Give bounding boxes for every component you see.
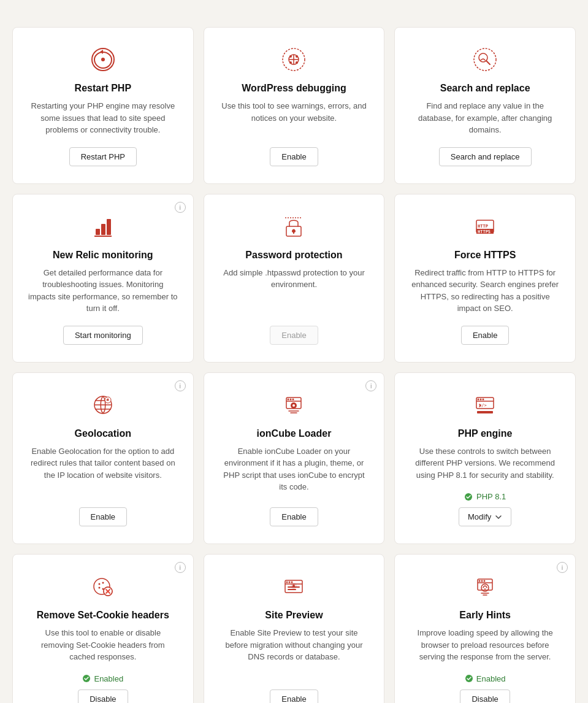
svg-rect-11 — [101, 224, 105, 235]
svg-point-58 — [484, 588, 486, 590]
card-desc-new-relic: Get detailed performance data for troubl… — [28, 267, 178, 315]
card-desc-geolocation: Enable Geolocation for the option to add… — [28, 445, 178, 497]
disable-button-early-hints[interactable]: Disable — [460, 690, 510, 704]
card-php-engine: </> PHP engineUse these controls to swit… — [394, 372, 576, 545]
svg-point-23 — [107, 399, 109, 401]
enabled-status-set-cookie: Enabled — [82, 674, 123, 683]
enable-button-ioncube[interactable]: Enable — [270, 507, 318, 526]
svg-point-29 — [292, 404, 295, 407]
svg-text:</>: </> — [479, 403, 487, 408]
card-desc-password-protection: Add simple .htpasswd protection to your … — [219, 267, 370, 315]
card-force-https: HTTP HTTPS Force HTTPSRedirect traffic f… — [394, 194, 576, 363]
svg-point-26 — [290, 398, 292, 400]
svg-point-15 — [292, 229, 296, 232]
svg-point-32 — [480, 398, 482, 400]
svg-point-27 — [292, 398, 294, 400]
bar-chart-icon — [88, 212, 118, 241]
svg-point-6 — [289, 61, 292, 64]
ioncube-icon — [279, 390, 308, 420]
svg-text:HTTPS: HTTPS — [478, 229, 491, 234]
card-desc-force-https: Redirect traffic from HTTP to HTTPS for … — [410, 267, 560, 315]
card-title-php-engine: PHP engine — [458, 428, 513, 439]
svg-point-4 — [289, 55, 292, 58]
info-icon-set-cookie[interactable]: i — [175, 562, 186, 573]
enable-button-site-preview[interactable]: Enable — [270, 690, 318, 704]
svg-point-39 — [102, 582, 104, 584]
svg-point-5 — [296, 55, 298, 58]
svg-point-54 — [479, 580, 481, 582]
svg-point-33 — [483, 398, 484, 400]
svg-point-7 — [296, 61, 298, 64]
card-restart-php: Restart PHPRestarting your PHP engine ma… — [12, 27, 194, 184]
card-desc-search-replace: Find and replace any value in the databa… — [410, 100, 560, 136]
card-site-preview: Site PreviewEnable Site Preview to test … — [204, 554, 385, 703]
svg-rect-10 — [96, 229, 100, 235]
disable-button-set-cookie[interactable]: Disable — [78, 690, 128, 704]
svg-text:HTTP: HTTP — [478, 224, 488, 229]
card-desc-early-hints: Improve loading speed by allowing the br… — [410, 627, 560, 663]
card-early-hints: i Early HintsImprove loading speed by al… — [394, 554, 576, 703]
card-title-site-preview: Site Preview — [265, 610, 323, 621]
php-restart-icon — [88, 45, 118, 74]
svg-point-31 — [478, 398, 479, 400]
php-version-label: PHP 8.1 — [476, 492, 506, 501]
info-icon-geolocation[interactable]: i — [175, 380, 186, 391]
action-button-restart-php[interactable]: Restart PHP — [69, 147, 137, 166]
card-new-relic: i New Relic monitoringGet detailed perfo… — [12, 194, 194, 363]
card-title-password-protection: Password protection — [245, 250, 342, 261]
svg-point-52 — [292, 585, 295, 587]
tools-grid: Restart PHPRestarting your PHP engine ma… — [12, 27, 576, 703]
card-search-replace: Search and replaceFind and replace any v… — [394, 27, 576, 184]
cookie-icon — [88, 572, 118, 601]
card-desc-restart-php: Restarting your PHP engine may resolve s… — [28, 100, 178, 136]
enable-button-wordpress-debugging[interactable]: Enable — [270, 147, 318, 166]
svg-point-40 — [98, 587, 100, 589]
enabled-label-early-hints: Enabled — [476, 674, 506, 683]
action-button-new-relic[interactable]: Start monitoring — [63, 326, 143, 345]
enable-button-force-https[interactable]: Enable — [461, 326, 509, 345]
svg-rect-12 — [107, 219, 111, 235]
svg-point-47 — [289, 582, 291, 583]
https-icon: HTTP HTTPS — [470, 212, 500, 241]
card-title-new-relic: New Relic monitoring — [53, 250, 153, 261]
modify-button-php-engine[interactable]: Modify — [459, 507, 511, 526]
card-title-wordpress-debugging: WordPress debugging — [242, 83, 346, 94]
bug-icon — [279, 45, 308, 74]
card-geolocation: i GeolocationEnable Geolocation for the … — [12, 372, 194, 545]
enabled-status-early-hints: Enabled — [465, 674, 506, 683]
card-title-force-https: Force HTTPS — [454, 250, 516, 261]
card-title-early-hints: Early Hints — [459, 610, 511, 621]
info-icon-new-relic[interactable]: i — [175, 202, 186, 213]
card-title-restart-php: Restart PHP — [75, 83, 131, 94]
card-set-cookie: i Remove Set-Cookie headersUse this tool… — [12, 554, 194, 703]
card-password-protection: Password protectionAdd simple .htpasswd … — [204, 194, 385, 363]
action-button-search-replace[interactable]: Search and replace — [439, 147, 532, 166]
card-ioncube: i ionCube LoaderEnable ionCube Loader on… — [204, 372, 385, 545]
svg-point-25 — [288, 398, 289, 400]
card-title-set-cookie: Remove Set-Cookie headers — [37, 610, 169, 621]
svg-point-56 — [484, 580, 486, 582]
svg-point-1 — [101, 58, 105, 61]
card-title-geolocation: Geolocation — [75, 428, 131, 439]
enable-button-password-protection[interactable]: Enable — [270, 326, 318, 345]
info-icon-ioncube[interactable]: i — [365, 380, 376, 391]
svg-rect-34 — [477, 411, 493, 413]
php-version-status: PHP 8.1 — [464, 492, 506, 501]
lock-icon — [279, 212, 308, 241]
card-desc-set-cookie: Use this tool to enable or disable remov… — [28, 627, 178, 663]
early-hints-icon — [470, 572, 500, 601]
svg-point-48 — [291, 582, 293, 583]
card-title-ioncube: ionCube Loader — [257, 428, 332, 439]
info-icon-early-hints[interactable]: i — [557, 562, 568, 573]
card-title-search-replace: Search and replace — [440, 83, 530, 94]
card-desc-wordpress-debugging: Use this tool to see warnings, errors, a… — [219, 100, 370, 136]
svg-rect-50 — [288, 589, 296, 590]
search-replace-icon — [470, 45, 500, 74]
globe-icon — [88, 390, 118, 420]
enable-button-geolocation[interactable]: Enable — [79, 507, 127, 526]
enabled-label-set-cookie: Enabled — [94, 674, 123, 683]
card-wordpress-debugging: WordPress debuggingUse this tool to see … — [204, 27, 385, 184]
site-preview-icon — [279, 572, 308, 601]
svg-point-38 — [98, 583, 100, 585]
card-desc-site-preview: Enable Site Preview to test your site be… — [219, 627, 370, 678]
